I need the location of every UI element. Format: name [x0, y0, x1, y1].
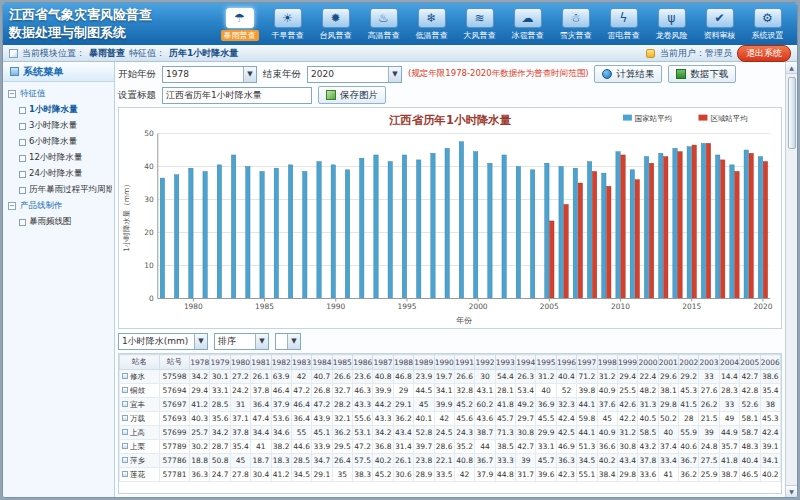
logout-button[interactable]: 退出系统: [737, 45, 791, 62]
station-expand-icon[interactable]: [122, 387, 128, 393]
module-tab-4[interactable]: ♨高温普查: [360, 6, 407, 42]
start-year-select[interactable]: 1978 ▼: [162, 66, 257, 83]
checkbox-icon[interactable]: [19, 139, 26, 146]
station-expand-icon[interactable]: [122, 429, 128, 435]
col-year[interactable]: 2002: [679, 355, 699, 370]
table-row[interactable]: 萍乡5778618.850.84518.718.328.534.726.457.…: [120, 454, 781, 468]
value-cell: 23.6: [353, 370, 373, 384]
checkbox-icon[interactable]: [19, 155, 26, 162]
checkbox-icon[interactable]: [19, 123, 26, 130]
checkbox-icon[interactable]: [19, 171, 26, 178]
chart-title-input[interactable]: [162, 87, 312, 104]
col-year[interactable]: 1985: [332, 355, 352, 370]
download-button[interactable]: 数据下载: [668, 65, 736, 83]
module-tab-3[interactable]: ✹台风普查: [312, 6, 359, 42]
module-tab-10[interactable]: ψ龙卷风险: [648, 6, 695, 42]
col-year[interactable]: 2001: [658, 355, 678, 370]
col-year[interactable]: 2000: [638, 355, 658, 370]
bar-regional: [706, 143, 710, 298]
module-label: 台风普查: [320, 30, 352, 41]
station-expand-icon[interactable]: [122, 471, 128, 477]
station-expand-icon[interactable]: [122, 415, 128, 421]
col-year[interactable]: 2003: [699, 355, 719, 370]
table-row[interactable]: 上高5769925.734.237.834.434.65545.136.253.…: [120, 426, 781, 440]
col-year[interactable]: 1996: [556, 355, 576, 370]
col-year[interactable]: 1992: [475, 355, 495, 370]
col-year[interactable]: 1988: [393, 355, 413, 370]
col-year[interactable]: 1990: [434, 355, 454, 370]
module-tab-11[interactable]: ✔资料审核: [696, 6, 743, 42]
measure-select[interactable]: 1小时降水(mm) ▼: [118, 333, 208, 350]
col-year[interactable]: 1991: [454, 355, 474, 370]
table-row[interactable]: 宜丰5769741.228.53136.437.946.447.228.243.…: [120, 398, 781, 412]
table-row[interactable]: 修水5759834.230.127.226.163.94240.726.623.…: [120, 370, 781, 384]
sidebar-group[interactable]: −特征值: [5, 86, 112, 102]
scrollbar-thumb[interactable]: [788, 77, 796, 149]
calculate-button[interactable]: 计算结果: [594, 65, 662, 83]
col-year[interactable]: 2004: [719, 355, 739, 370]
col-year[interactable]: 1995: [536, 355, 556, 370]
module-tab-9[interactable]: ϟ雷电普查: [600, 6, 647, 42]
col-year[interactable]: 1984: [312, 355, 332, 370]
value-cell: 33.5: [434, 468, 454, 482]
sidebar-item[interactable]: 历年暴雨过程平均周期: [5, 182, 112, 198]
station-expand-icon[interactable]: [122, 457, 128, 463]
module-tab-1[interactable]: ☂暴雨普查: [216, 6, 263, 42]
module-tab-12[interactable]: ⚙系统设置: [744, 6, 791, 42]
module-tab-5[interactable]: ❄低温普查: [408, 6, 455, 42]
sidebar-item[interactable]: 6小时降水量: [5, 134, 112, 150]
sidebar-item[interactable]: 24小时降水量: [5, 166, 112, 182]
col-year[interactable]: 1983: [291, 355, 311, 370]
scroll-up-icon[interactable]: ▲: [786, 62, 797, 74]
table-row[interactable]: 万载5769340.335.637.147.453.636.443.932.15…: [120, 412, 781, 426]
expander-icon[interactable]: −: [8, 202, 16, 210]
col-year[interactable]: 2006: [760, 355, 781, 370]
station-expand-icon[interactable]: [122, 401, 128, 407]
table-row[interactable]: 莲花5778136.324.727.830.441.234.529.13538.…: [120, 468, 781, 482]
checkbox-icon[interactable]: [19, 219, 26, 226]
module-tab-6[interactable]: ≋大风普查: [456, 6, 503, 42]
sort-select[interactable]: 排序 ▼: [214, 333, 269, 350]
checkbox-icon[interactable]: [19, 187, 26, 194]
col-year[interactable]: 1978: [190, 355, 210, 370]
sidebar-group[interactable]: −产品线制作: [5, 198, 112, 214]
table-row[interactable]: 上栗5778930.228.735.44138.244.633.929.547.…: [120, 440, 781, 454]
col-year[interactable]: 2005: [740, 355, 760, 370]
value-cell: 40: [658, 426, 678, 440]
scroll-down-icon[interactable]: ▼: [786, 485, 797, 497]
value-cell: 42.2: [617, 412, 637, 426]
sidebar-item[interactable]: 1小时降水量: [5, 102, 112, 118]
value-cell: 43.4: [393, 426, 413, 440]
col-year[interactable]: 1980: [230, 355, 250, 370]
col-year[interactable]: 1994: [516, 355, 536, 370]
value-cell: 28.6: [434, 440, 454, 454]
col-year[interactable]: 1986: [353, 355, 373, 370]
col-year[interactable]: 1982: [271, 355, 291, 370]
col-year[interactable]: 1998: [597, 355, 617, 370]
vertical-scrollbar[interactable]: ▲ ▼: [785, 62, 797, 497]
module-tab-2[interactable]: ☀干旱普查: [264, 6, 311, 42]
station-expand-icon[interactable]: [122, 373, 128, 379]
col-year[interactable]: 1997: [577, 355, 597, 370]
value-cell: 44.6: [291, 440, 311, 454]
bar-national: [687, 147, 691, 299]
col-year[interactable]: 1999: [617, 355, 637, 370]
sort-order-select[interactable]: ▼: [275, 333, 301, 350]
sidebar-item[interactable]: 暴雨频线图: [5, 214, 112, 230]
col-year[interactable]: 1981: [251, 355, 271, 370]
module-tab-7[interactable]: ☁冰雹普查: [504, 6, 551, 42]
checkbox-icon[interactable]: [19, 107, 26, 114]
heat-icon: ♨: [370, 8, 398, 28]
expander-icon[interactable]: −: [8, 90, 16, 98]
col-year[interactable]: 1989: [414, 355, 434, 370]
end-year-select[interactable]: 2020 ▼: [307, 66, 402, 83]
module-tab-8[interactable]: ☃雪灾普查: [552, 6, 599, 42]
station-expand-icon[interactable]: [122, 443, 128, 449]
col-year[interactable]: 1987: [373, 355, 393, 370]
sidebar-item[interactable]: 12小时降水量: [5, 150, 112, 166]
sidebar-item[interactable]: 3小时降水量: [5, 118, 112, 134]
save-image-button[interactable]: 保存图片: [318, 86, 386, 104]
col-year[interactable]: 1993: [495, 355, 515, 370]
col-year[interactable]: 1979: [210, 355, 230, 370]
table-row[interactable]: 铜鼓5769429.433.124.237.846.447.226.832.74…: [120, 384, 781, 398]
